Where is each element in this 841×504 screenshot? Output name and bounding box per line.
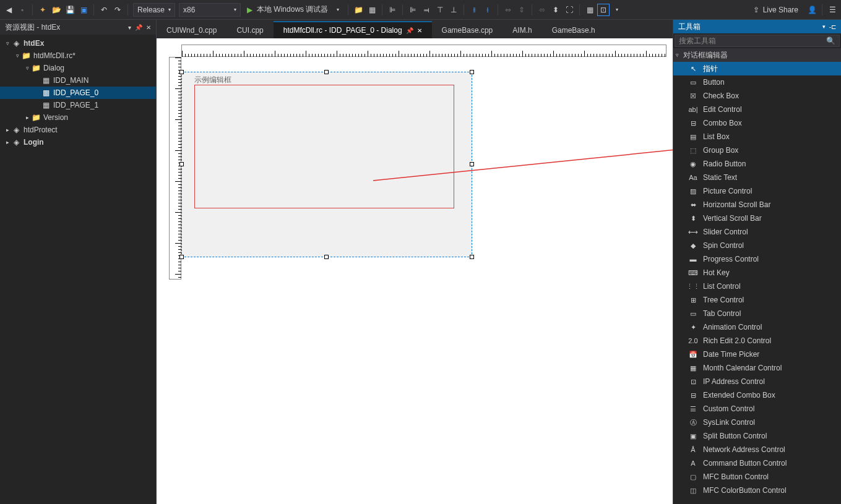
- toolbox-search[interactable]: 搜索工具箱 🔍: [675, 35, 840, 47]
- editor-tab[interactable]: GameBase.h: [542, 22, 605, 38]
- tree-item[interactable]: ▿◈htdEx: [0, 37, 156, 49]
- resize-handle[interactable]: [324, 70, 329, 74]
- resize-handle[interactable]: [179, 70, 184, 74]
- same-size-icon[interactable]: ⛶: [563, 4, 576, 16]
- panel-dd-icon[interactable]: ▾: [822, 23, 826, 30]
- tree-item[interactable]: ▦IDD_PAGE_1: [0, 99, 156, 111]
- toolbox-item[interactable]: 📅Date Time Picker: [673, 348, 841, 361]
- toolbox-item[interactable]: ACommand Button Control: [673, 456, 841, 470]
- editor-tab[interactable]: CUIWnd_0.cpp: [157, 22, 226, 38]
- platform-dropdown[interactable]: x86▾: [179, 3, 241, 17]
- toolbox-item[interactable]: ◫MFC ColorButton Control: [673, 484, 841, 497]
- grid-icon[interactable]: ▦: [366, 4, 378, 16]
- tree-item[interactable]: ▸◈Login: [0, 136, 156, 148]
- align-bottom-icon[interactable]: ⊥: [447, 4, 460, 16]
- toolbox-item[interactable]: ÅNetwork Address Control: [673, 443, 841, 456]
- toolbox-item[interactable]: ⒶSysLink Control: [673, 416, 841, 429]
- dialog-canvas[interactable]: 示例编辑框: [181, 72, 472, 257]
- toolbox-item[interactable]: ▢MFC Button Control: [673, 470, 841, 484]
- editor-tab[interactable]: CUI.cpp: [226, 22, 273, 38]
- resize-handle[interactable]: [470, 255, 474, 259]
- toolbox-item[interactable]: ⊟Extended Combo Box: [673, 388, 841, 402]
- save-all-icon[interactable]: ▣: [77, 4, 90, 16]
- editor-tab[interactable]: AIM.h: [502, 22, 541, 38]
- tree-item[interactable]: ▦IDD_MAIN: [0, 74, 156, 87]
- user-icon[interactable]: 👤: [806, 4, 818, 16]
- debug-dd-icon[interactable]: ▾: [332, 4, 344, 16]
- config-dropdown[interactable]: Release▾: [133, 3, 175, 17]
- editor-tab[interactable]: GameBase.cpp: [432, 22, 503, 38]
- toolbox-item[interactable]: ↖指针: [673, 62, 841, 75]
- toolbox-item[interactable]: ab|Edit Control: [673, 103, 841, 116]
- toolbox-item[interactable]: ▭Button: [673, 75, 841, 89]
- align-right-icon[interactable]: ⫤: [420, 4, 433, 16]
- new-file-icon[interactable]: ✦: [37, 4, 49, 16]
- toolbox-item[interactable]: ▦Month Calendar Control: [673, 361, 841, 375]
- close-icon[interactable]: ✕: [146, 24, 151, 31]
- play-icon[interactable]: ▶: [243, 4, 256, 16]
- toolbox-item[interactable]: ✦Animation Control: [673, 320, 841, 334]
- folder-icon[interactable]: 📁: [352, 4, 364, 16]
- open-icon[interactable]: 📂: [50, 4, 63, 16]
- toolbox-item[interactable]: ☰Custom Control: [673, 402, 841, 416]
- resize-handle[interactable]: [470, 70, 474, 74]
- guides-icon[interactable]: ⊡: [597, 4, 610, 16]
- undo-icon[interactable]: ↶: [98, 4, 110, 16]
- editor-tab[interactable]: htdMfcDll.rc - IDD_PAGE_0 - Dialog📌✕: [274, 21, 432, 38]
- same-w-icon[interactable]: ⬄: [536, 4, 548, 16]
- center-h-icon[interactable]: ⫵: [468, 4, 480, 16]
- debug-button[interactable]: 本地 Windows 调试器: [257, 4, 328, 15]
- same-h-icon[interactable]: ⬍: [550, 4, 562, 16]
- space-h-icon[interactable]: ⇔: [502, 4, 514, 16]
- center-v-icon[interactable]: ⫲: [481, 4, 494, 16]
- toolbox-item[interactable]: ◉Radio Button: [673, 157, 841, 171]
- toolbox-item[interactable]: AaStatic Text: [673, 171, 841, 184]
- align-top-icon[interactable]: ⊤: [434, 4, 446, 16]
- toolbox-item[interactable]: ▤List Box: [673, 130, 841, 143]
- save-icon[interactable]: 💾: [64, 4, 76, 16]
- pin-icon[interactable]: 📌: [135, 24, 142, 31]
- toolbox-item[interactable]: ⌨Hot Key: [673, 266, 841, 280]
- toolbox-item[interactable]: ⬚Group Box: [673, 143, 841, 157]
- resize-handle[interactable]: [470, 162, 474, 166]
- edit-control-box[interactable]: [194, 85, 454, 208]
- toolbox-item[interactable]: ▨Picture Control: [673, 184, 841, 198]
- toolbox-item[interactable]: ☒Check Box: [673, 89, 841, 103]
- toolbox-item[interactable]: 2.0Rich Edit 2.0 Control: [673, 334, 841, 348]
- resize-handle[interactable]: [324, 255, 329, 259]
- toolbox-item[interactable]: ⊟Combo Box: [673, 116, 841, 130]
- dd2-icon[interactable]: ▾: [611, 4, 623, 16]
- tree-item[interactable]: ▿📁Dialog: [0, 62, 156, 74]
- resize-handle[interactable]: [179, 255, 184, 259]
- nav-fwd-icon[interactable]: ▪: [16, 4, 28, 16]
- toolbox-item[interactable]: ⊞Tree Control: [673, 293, 841, 307]
- redo-icon[interactable]: ↷: [111, 4, 124, 16]
- toolbox-item[interactable]: ▣Split Button Control: [673, 429, 841, 443]
- resize-handle[interactable]: [179, 162, 184, 166]
- pin-icon[interactable]: 📌: [406, 27, 413, 34]
- tree-item[interactable]: ▸◈htdProtect: [0, 124, 156, 136]
- tree-item[interactable]: ▸📁Version: [0, 111, 156, 124]
- toolbox-item[interactable]: ⊡IP Address Control: [673, 375, 841, 388]
- toolbox-item[interactable]: ▬Progress Control: [673, 252, 841, 266]
- toolbox-item[interactable]: ⋮⋮List Control: [673, 280, 841, 293]
- space-v-icon[interactable]: ⇕: [515, 4, 528, 16]
- grid-toggle-icon[interactable]: ▦: [584, 4, 596, 16]
- toolbox-category-header[interactable]: ▿ 对话框编辑器: [673, 48, 841, 62]
- dialog-designer[interactable]: 示例编辑框: [157, 38, 673, 504]
- manage-icon[interactable]: ☰: [826, 4, 839, 16]
- panel-dd-icon[interactable]: ▾: [128, 24, 131, 31]
- toolbox-item[interactable]: ▭Tab Control: [673, 307, 841, 320]
- toolbox-item[interactable]: ⟷Slider Control: [673, 225, 841, 239]
- pin-icon[interactable]: -⊏: [829, 23, 836, 30]
- toolbox-item[interactable]: ⬌Horizontal Scroll Bar: [673, 198, 841, 211]
- tree-item[interactable]: ▿📁htdMfcDll.rc*: [0, 49, 156, 62]
- toolbox-item[interactable]: ◆Spin Control: [673, 239, 841, 252]
- tree-item[interactable]: ▦IDD_PAGE_0: [0, 87, 156, 99]
- nav-back-icon[interactable]: ◀: [2, 4, 15, 16]
- align1-icon[interactable]: ⊫: [386, 4, 399, 16]
- align-left-icon[interactable]: ⊫: [407, 4, 419, 16]
- close-icon[interactable]: ✕: [417, 27, 422, 34]
- live-share-button[interactable]: ⇪ Live Share: [747, 6, 804, 14]
- toolbox-item[interactable]: ⬍Vertical Scroll Bar: [673, 211, 841, 225]
